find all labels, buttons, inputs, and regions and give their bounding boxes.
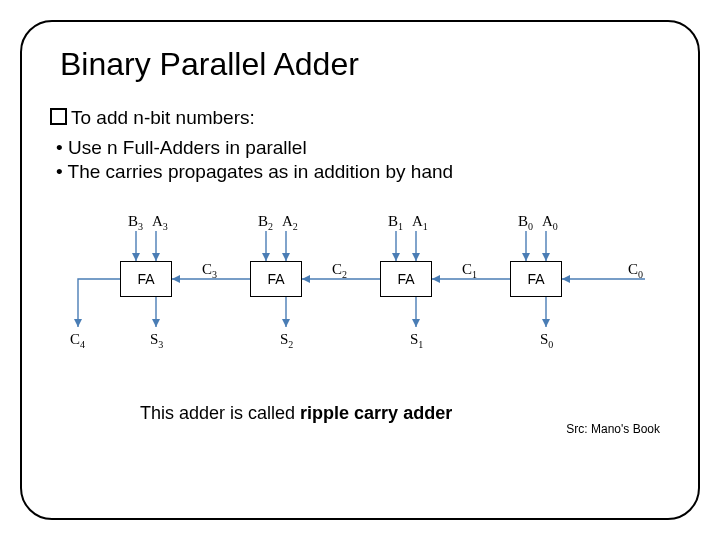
input-label-b: B1 bbox=[388, 213, 403, 232]
slide-frame: Binary Parallel Adder To add n-bit numbe… bbox=[20, 20, 700, 520]
full-adder-box: FA bbox=[510, 261, 562, 297]
checkbox-icon bbox=[50, 108, 67, 125]
carry-label: C3 bbox=[202, 261, 217, 280]
input-label-a: A1 bbox=[412, 213, 428, 232]
bullet-item: The carries propagates as in addition by… bbox=[56, 161, 670, 183]
tagline-bold: ripple carry adder bbox=[300, 403, 452, 423]
full-adder-box: FA bbox=[250, 261, 302, 297]
slide-title: Binary Parallel Adder bbox=[60, 46, 670, 83]
sum-label: S1 bbox=[410, 331, 423, 350]
input-label-b: B3 bbox=[128, 213, 143, 232]
carry-in-label: C0 bbox=[628, 261, 643, 280]
full-adder-box: FA bbox=[380, 261, 432, 297]
source-caption: Src: Mano's Book bbox=[566, 422, 660, 436]
sum-label: S2 bbox=[280, 331, 293, 350]
carry-out-label: C4 bbox=[70, 331, 85, 350]
tagline: This adder is called ripple carry adder bbox=[140, 403, 670, 424]
bullet-list: Use n Full-Adders in parallel The carrie… bbox=[56, 137, 670, 183]
ripple-carry-diagram: FA FA FA FA B3 A3 B2 A2 B1 A1 B0 A0 C3 C… bbox=[60, 201, 660, 351]
tagline-prefix: This adder is called bbox=[140, 403, 300, 423]
lead-text: To add n-bit numbers: bbox=[71, 107, 255, 128]
full-adder-box: FA bbox=[120, 261, 172, 297]
input-label-b: B0 bbox=[518, 213, 533, 232]
carry-label: C1 bbox=[462, 261, 477, 280]
carry-label: C2 bbox=[332, 261, 347, 280]
sum-label: S3 bbox=[150, 331, 163, 350]
input-label-a: A2 bbox=[282, 213, 298, 232]
lead-line: To add n-bit numbers: bbox=[50, 107, 670, 129]
input-label-a: A0 bbox=[542, 213, 558, 232]
sum-label: S0 bbox=[540, 331, 553, 350]
input-label-a: A3 bbox=[152, 213, 168, 232]
bullet-item: Use n Full-Adders in parallel bbox=[56, 137, 670, 159]
input-label-b: B2 bbox=[258, 213, 273, 232]
